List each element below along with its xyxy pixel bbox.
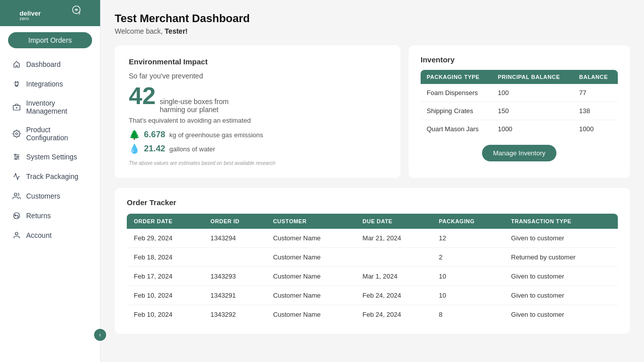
sidebar-item-returns[interactable]: Returns — [4, 206, 96, 225]
order-date-cell: Feb 29, 2024 — [127, 229, 203, 248]
customer-cell: Customer Name — [266, 305, 356, 324]
due-date-cell — [356, 248, 432, 267]
col-transaction-type: Transaction Type — [504, 214, 618, 229]
cards-row: Environmental Impact So far you've preve… — [115, 45, 630, 178]
sidebar-item-label: Dashboard — [26, 60, 61, 68]
orders-table-body: Feb 29, 2024 1343294 Customer Name Mar 2… — [127, 229, 618, 324]
chevron-left-icon: ‹ — [99, 331, 101, 338]
box-icon — [12, 103, 21, 112]
packaging-cell: 12 — [432, 229, 504, 248]
due-date-cell: Feb 24, 2024 — [356, 286, 432, 305]
table-row: Feb 10, 2024 1343291 Customer Name Feb 2… — [127, 286, 618, 305]
logo: deliver zero — [0, 0, 100, 26]
env-stat2-desc: gallons of water — [170, 145, 215, 153]
logo-svg: deliver zero — [18, 5, 83, 21]
sliders-icon — [12, 152, 21, 161]
sidebar-item-customers[interactable]: Customers — [4, 187, 96, 206]
page-subtitle: Welcome back, Tester! — [115, 27, 630, 35]
orders-header-row: Order Date Order ID Customer Due Date Pa… — [127, 214, 618, 229]
svg-point-13 — [15, 232, 18, 235]
svg-point-12 — [14, 213, 20, 219]
manage-inventory-button[interactable]: Manage Inventory — [482, 145, 556, 161]
sidebar-item-account[interactable]: Account — [4, 226, 96, 245]
col-due-date: Due Date — [356, 214, 432, 229]
orders-table: Order Date Order ID Customer Due Date Pa… — [127, 214, 618, 324]
svg-point-8 — [15, 154, 16, 156]
inventory-table-body: Foam Dispensers 100 77 Shipping Crates 1… — [421, 84, 618, 138]
environmental-impact-card: Environmental Impact So far you've preve… — [115, 45, 400, 178]
due-date-cell: Feb 24, 2024 — [356, 305, 432, 324]
order-date-cell: Feb 17, 2024 — [127, 267, 203, 286]
order-tracker-title: Order Tracker — [127, 198, 618, 207]
svg-point-11 — [14, 193, 17, 196]
home-icon — [12, 60, 21, 69]
sidebar-item-system-settings[interactable]: System Settings — [4, 147, 96, 166]
inventory-header-row: Packaging Type Principal Balance Balance — [421, 70, 618, 84]
svg-text:zero: zero — [19, 16, 28, 21]
packaging-type-cell: Foam Dispensers — [421, 84, 492, 102]
customer-cell: Customer Name — [266, 248, 356, 267]
sidebar-item-track-packaging[interactable]: Track Packaging — [4, 167, 96, 186]
sidebar-item-integrations[interactable]: Integrations — [4, 74, 96, 94]
customer-cell: Customer Name — [266, 267, 356, 286]
transaction-type-cell: Given to customer — [504, 286, 618, 305]
env-stat1-value: 6.678 — [144, 130, 166, 140]
sidebar-collapse-button[interactable]: ‹ — [93, 328, 107, 342]
order-date-cell: Feb 10, 2024 — [127, 305, 203, 324]
orders-table-header: Order Date Order ID Customer Due Date Pa… — [127, 214, 618, 229]
transaction-type-cell: Returned by customer — [504, 248, 618, 267]
balance-cell: 1000 — [573, 120, 618, 138]
env-equivalent-text: That's equivalent to avoiding an estimat… — [129, 117, 386, 124]
packaging-cell: 2 — [432, 248, 504, 267]
import-orders-button[interactable]: Import Orders — [8, 32, 92, 48]
principal-balance-cell: 1000 — [492, 120, 573, 138]
env-stat2-value: 21.42 — [144, 144, 166, 154]
col-principal-balance: Principal Balance — [492, 70, 573, 84]
subtitle-prefix: Welcome back, — [115, 27, 165, 35]
table-row: Quart Mason Jars 1000 1000 — [421, 120, 618, 138]
sidebar-item-label: Account — [26, 231, 52, 239]
env-big-number-line: 42 single-use boxes from harming our pla… — [129, 82, 386, 114]
env-disclaimer: The above values are estimates based on … — [129, 160, 386, 166]
transaction-type-cell: Given to customer — [504, 229, 618, 248]
table-row: Feb 18, 2024 Customer Name 2 Returned by… — [127, 248, 618, 267]
col-packaging-type: Packaging Type — [421, 70, 492, 84]
order-date-cell: Feb 18, 2024 — [127, 248, 203, 267]
chart-line-icon — [12, 172, 21, 181]
customer-cell: Customer Name — [266, 229, 356, 248]
sidebar-item-label: System Settings — [26, 153, 77, 161]
svg-point-9 — [17, 156, 19, 158]
sidebar-item-dashboard[interactable]: Dashboard — [4, 55, 96, 74]
env-big-number-desc: single-use boxes from harming our planet — [159, 98, 228, 114]
sidebar-item-inventory-management[interactable]: Inventory Management — [4, 94, 96, 120]
order-id-cell: 1343294 — [203, 229, 266, 248]
sidebar-item-label: Track Packaging — [26, 172, 78, 180]
col-packaging: Packaging — [432, 214, 504, 229]
transaction-type-cell: Given to customer — [504, 267, 618, 286]
col-order-id: Order ID — [203, 214, 266, 229]
packaging-cell: 10 — [432, 286, 504, 305]
main-content: Test Merchant Dashboard Welcome back, Te… — [101, 0, 644, 362]
col-customer: Customer — [266, 214, 356, 229]
sidebar-item-label: Returns — [26, 212, 51, 220]
order-id-cell — [203, 248, 266, 267]
users-icon — [12, 192, 21, 201]
principal-balance-cell: 100 — [492, 84, 573, 102]
sidebar-item-product-configuration[interactable]: Product Configuration — [4, 121, 96, 147]
subtitle-name: Tester! — [165, 27, 188, 35]
transaction-type-cell: Given to customer — [504, 305, 618, 324]
packaging-cell: 10 — [432, 267, 504, 286]
col-order-date: Order Date — [127, 214, 203, 229]
balance-cell: 138 — [573, 102, 618, 120]
customer-cell: Customer Name — [266, 286, 356, 305]
plug-icon — [12, 79, 21, 88]
env-big-number: 42 — [129, 82, 155, 110]
env-stat1-desc: kg of greenhouse gas emissions — [170, 131, 263, 139]
gear-icon — [12, 129, 21, 138]
env-stat-line-1: 🌲 6.678 kg of greenhouse gas emissions — [129, 129, 386, 140]
order-tracker-card: Order Tracker Order Date Order ID Custom… — [115, 188, 630, 334]
inventory-card: Inventory Packaging Type Principal Balan… — [409, 45, 630, 178]
due-date-cell: Mar 1, 2024 — [356, 267, 432, 286]
packaging-cell: 8 — [432, 305, 504, 324]
order-id-cell: 1343291 — [203, 286, 266, 305]
